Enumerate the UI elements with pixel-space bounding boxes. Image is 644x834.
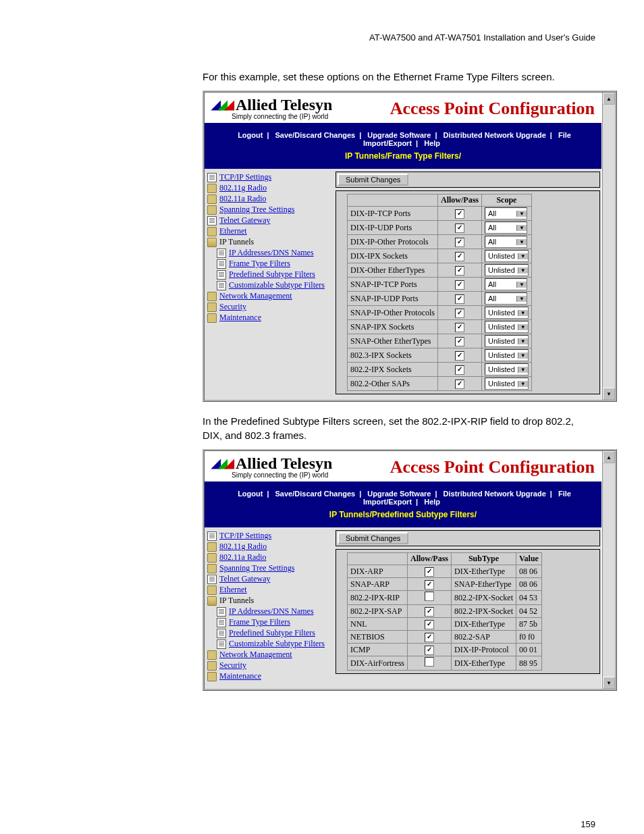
sidebar-item[interactable]: IP Addresses/DNS Names — [207, 248, 333, 258]
allow-pass-checkbox[interactable] — [425, 646, 434, 655]
vertical-scrollbar[interactable]: ▲ ▼ — [602, 451, 615, 689]
sidebar-item[interactable]: 802.11a Radio — [207, 552, 333, 563]
menu-distributed-upgrade[interactable]: Distributed Network Upgrade — [441, 131, 549, 139]
sidebar-item-label[interactable]: Predefined Subtype Filters — [229, 269, 315, 280]
sidebar-item-label[interactable]: Spanning Tree Settings — [219, 205, 294, 215]
scroll-down-icon[interactable]: ▼ — [603, 677, 615, 689]
sidebar-item[interactable]: 802.11g Radio — [207, 183, 333, 193]
sidebar-item-label[interactable]: Network Management — [219, 291, 292, 301]
sidebar-item-label[interactable]: Security — [219, 302, 246, 312]
sidebar-item[interactable]: IP Addresses/DNS Names — [207, 606, 333, 617]
allow-pass-checkbox[interactable] — [455, 266, 464, 276]
menu-save-discard[interactable]: Save/Discard Changes — [273, 131, 358, 139]
sidebar-item[interactable]: Telnet Gateway — [207, 215, 333, 226]
sidebar-item-label[interactable]: Maintenance — [219, 313, 261, 323]
allow-pass-checkbox[interactable] — [425, 567, 434, 577]
sidebar-item-label[interactable]: 802.11a Radio — [219, 552, 267, 563]
sidebar-item[interactable]: Customizable Subtype Filters — [207, 639, 333, 649]
sidebar-item-label[interactable]: TCP/IP Settings — [219, 531, 271, 541]
sidebar-item-label[interactable]: Security — [219, 660, 246, 671]
allow-pass-checkbox[interactable] — [455, 280, 464, 290]
sidebar-item-label[interactable]: TCP/IP Settings — [219, 172, 271, 182]
allow-pass-checkbox[interactable] — [455, 252, 464, 261]
allow-pass-checkbox[interactable] — [455, 309, 464, 318]
sidebar-item[interactable]: Maintenance — [207, 671, 333, 681]
menu-upgrade-software[interactable]: Upgrade Software — [365, 131, 433, 139]
sidebar-item-label[interactable]: Predefined Subtype Filters — [229, 628, 315, 638]
sidebar-item-label[interactable]: Telnet Gateway — [219, 574, 270, 584]
sidebar-item[interactable]: Telnet Gateway — [207, 574, 333, 584]
allow-pass-checkbox[interactable] — [425, 657, 434, 667]
scope-select[interactable]: Unlisted — [485, 250, 529, 262]
sidebar-item[interactable]: Ethernet — [207, 226, 333, 236]
sidebar-item-label[interactable]: Customizable Subtype Filters — [229, 639, 325, 649]
sidebar-item[interactable]: Security — [207, 660, 333, 671]
menu-logout[interactable]: Logout — [235, 131, 265, 139]
scope-select[interactable]: Unlisted — [485, 363, 529, 375]
sidebar-item-label[interactable]: Ethernet — [219, 585, 247, 595]
scope-select[interactable]: Unlisted — [485, 264, 529, 276]
sidebar-item[interactable]: Spanning Tree Settings — [207, 205, 333, 215]
sidebar-item[interactable]: 802.11a Radio — [207, 194, 333, 204]
scope-select[interactable]: Unlisted — [485, 335, 529, 347]
sidebar-item[interactable]: Customizable Subtype Filters — [207, 280, 333, 290]
sidebar-item[interactable]: Predefined Subtype Filters — [207, 628, 333, 638]
sidebar-item-label[interactable]: Frame Type Filters — [229, 617, 290, 627]
sidebar-item-label[interactable]: 802.11g Radio — [219, 542, 267, 552]
menu-help[interactable]: Help — [421, 498, 443, 506]
allow-pass-checkbox[interactable] — [425, 592, 434, 601]
sidebar-item-label[interactable]: Frame Type Filters — [229, 259, 290, 269]
sidebar-item[interactable]: TCP/IP Settings — [207, 172, 333, 182]
menu-distributed-upgrade[interactable]: Distributed Network Upgrade — [441, 490, 549, 498]
sidebar-item-label[interactable]: 802.11a Radio — [219, 194, 267, 204]
scope-select[interactable]: Unlisted — [485, 321, 529, 333]
allow-pass-checkbox[interactable] — [455, 380, 464, 389]
sidebar-item[interactable]: Predefined Subtype Filters — [207, 269, 333, 280]
scope-select[interactable]: Unlisted — [485, 377, 529, 390]
sidebar-item-label[interactable]: 802.11g Radio — [219, 183, 267, 193]
scroll-up-icon[interactable]: ▲ — [603, 93, 615, 105]
scroll-down-icon[interactable]: ▼ — [603, 388, 615, 400]
scope-select[interactable]: All — [485, 207, 527, 219]
allow-pass-checkbox[interactable] — [455, 365, 464, 375]
menu-upgrade-software[interactable]: Upgrade Software — [365, 490, 433, 498]
allow-pass-checkbox[interactable] — [455, 209, 464, 219]
allow-pass-checkbox[interactable] — [455, 224, 464, 233]
scope-select[interactable]: All — [485, 292, 527, 305]
scope-select[interactable]: All — [485, 236, 527, 248]
sidebar-item-label[interactable]: Ethernet — [219, 226, 247, 236]
allow-pass-checkbox[interactable] — [455, 337, 464, 346]
sidebar-item[interactable]: Spanning Tree Settings — [207, 563, 333, 573]
allow-pass-checkbox[interactable] — [425, 607, 434, 617]
sidebar-item-label[interactable]: Maintenance — [219, 671, 261, 681]
scroll-up-icon[interactable]: ▲ — [603, 451, 615, 463]
sidebar-item[interactable]: Maintenance — [207, 313, 333, 323]
submit-changes-button[interactable]: Submit Changes — [338, 174, 408, 186]
vertical-scrollbar[interactable]: ▲ ▼ — [602, 93, 615, 400]
sidebar-item[interactable]: Ethernet — [207, 585, 333, 595]
scope-select[interactable]: Unlisted — [485, 349, 529, 361]
allow-pass-checkbox[interactable] — [455, 351, 464, 361]
sidebar-item-label[interactable]: Spanning Tree Settings — [219, 563, 294, 573]
sidebar-item-label[interactable]: IP Addresses/DNS Names — [229, 248, 314, 258]
sidebar-item[interactable]: Network Management — [207, 291, 333, 301]
sidebar-item[interactable]: Network Management — [207, 650, 333, 660]
sidebar-item-label[interactable]: Customizable Subtype Filters — [229, 280, 325, 290]
allow-pass-checkbox[interactable] — [425, 580, 434, 590]
allow-pass-checkbox[interactable] — [455, 238, 464, 247]
scope-select[interactable]: All — [485, 221, 527, 234]
menu-help[interactable]: Help — [421, 139, 443, 147]
sidebar-item[interactable]: 802.11g Radio — [207, 542, 333, 552]
allow-pass-checkbox[interactable] — [455, 294, 464, 304]
sidebar-item-label[interactable]: Telnet Gateway — [219, 215, 270, 226]
sidebar-item[interactable]: Security — [207, 302, 333, 312]
allow-pass-checkbox[interactable] — [425, 620, 434, 629]
sidebar-item[interactable]: Frame Type Filters — [207, 259, 333, 269]
sidebar-item[interactable]: Frame Type Filters — [207, 617, 333, 627]
sidebar-item[interactable]: TCP/IP Settings — [207, 531, 333, 541]
allow-pass-checkbox[interactable] — [425, 633, 434, 642]
allow-pass-checkbox[interactable] — [455, 323, 464, 332]
menu-logout[interactable]: Logout — [235, 490, 265, 498]
sidebar-item-label[interactable]: IP Addresses/DNS Names — [229, 606, 314, 617]
sidebar-item-label[interactable]: Network Management — [219, 650, 292, 660]
